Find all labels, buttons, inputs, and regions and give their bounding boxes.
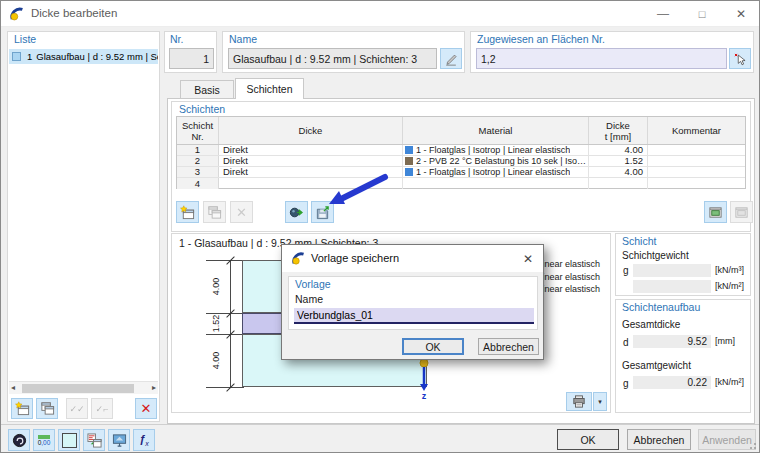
schichtenaufbau-panel: Schichtenaufbau Gesamtdicke d 9.52 [mm] … [615,299,751,413]
maximize-button[interactable]: □ [685,1,719,27]
material-swatch [405,157,413,165]
col-header-schicht-nr[interactable]: SchichtNr. [177,117,219,144]
edit-thickness-dialog: Dicke bearbeiten — □ ✕ Liste 1 Glasaufba… [0,0,760,453]
color-swatch-button[interactable] [58,429,80,451]
add-layer-button[interactable] [176,201,199,223]
fx-icon: ƒx [139,433,149,447]
col-header-dicke[interactable]: Dicke [219,117,403,144]
schichtenaufbau-title: Schichtenaufbau [622,301,700,313]
formula-button[interactable]: ƒx [133,429,155,451]
dialog-title: Dicke bearbeiten [31,7,117,19]
screen-view-button[interactable] [108,429,130,451]
delete-layer-button[interactable]: ✕ [230,201,253,223]
table-row[interactable]: 3 Direkt 1 - Floatglas | Isotrop | Linea… [177,167,745,178]
app-icon [9,6,25,22]
gesamtgewicht-label: Gesamtgewicht [622,360,691,371]
deselect-all-button[interactable]: ✓⌐ [91,398,113,419]
tab-basis[interactable]: Basis [180,80,234,99]
red-x-icon: ✕ [141,401,152,416]
minimize-button[interactable]: — [646,1,680,27]
list-item-number: 1 [27,51,32,62]
g-total-symbol: g [623,378,629,389]
decimal-places-icon: 0,00 [38,435,51,446]
modal-cancel-button[interactable]: Abbrechen [478,338,539,355]
copy-windows-icon [207,205,222,220]
z-axis-arrow [416,358,432,392]
pencil-icon [444,52,458,66]
table-row[interactable]: 4 [177,178,745,189]
schicht-panel: Schicht Schichtgewicht g [kN/m³] [kN/m²] [615,233,751,296]
delete-all-button[interactable]: ✕ [135,398,157,419]
template-name-label: Name [295,293,323,305]
info-button[interactable] [8,429,30,451]
monitor-icon [112,433,127,448]
edit-name-button[interactable] [440,48,462,69]
info-sphere-icon [12,433,27,448]
table-row[interactable]: 1 Direkt 1 - Floatglas | Isotrop | Linea… [177,145,745,156]
expand-window-icon [708,205,723,220]
col-header-dicke-t[interactable]: Dicket [mm] [589,117,648,144]
schichten-group: Schichten SchichtNr. Dicke Material Dick… [171,101,751,232]
table-row[interactable]: 2 Direkt 2 - PVB 22 °C Belastung bis 10 … [177,156,745,167]
name-field[interactable]: Glasaufbau | d : 9.52 mm | Schichten: 3 [228,48,437,69]
schichten-group-title: Schichten [179,103,225,115]
nr-label: Nr. [170,33,183,45]
col-header-material[interactable]: Material [403,117,589,144]
select-all-button[interactable]: ✓✓ [66,398,88,419]
gesamtdicke-label: Gesamtdicke [622,319,680,330]
tab-schichten[interactable]: Schichten [235,78,304,99]
copy-layer-button[interactable] [203,201,226,223]
scroll-right-arrow[interactable]: ▸ [152,383,156,392]
name-group: Name Glasaufbau | d : 9.52 mm | Schichte… [222,31,465,73]
new-entry-button[interactable] [11,398,33,419]
dialog-titlebar: Dicke bearbeiten — □ ✕ [1,1,759,27]
scroll-left-arrow[interactable]: ◂ [11,383,15,392]
layers-table: SchichtNr. Dicke Material Dicket [mm] Ko… [176,116,746,189]
cancel-button[interactable]: Abbrechen [627,429,691,450]
double-check-icon: ✓✓ [69,404,84,414]
display-properties-button[interactable] [83,429,105,451]
ok-button[interactable]: OK [557,429,619,450]
liste-panel: Liste 1 Glasaufbau | d : 9.52 mm | Schic… [7,31,160,422]
schicht-panel-title: Schicht [622,235,656,247]
scroll-thumb[interactable] [22,384,134,393]
load-template-button[interactable] [285,201,308,223]
col-header-kommentar[interactable]: Kommentar [648,117,745,144]
g-symbol: g [623,265,629,276]
print-dropdown-button[interactable]: ▾ [593,392,607,411]
display-properties-icon [87,433,102,448]
nr-field: 1 [169,48,214,69]
close-button[interactable]: ✕ [724,1,758,27]
select-surfaces-button[interactable] [729,48,751,69]
collapse-table-button[interactable] [730,201,753,223]
template-name-input[interactable] [294,308,534,324]
modal-title: Vorlage speichern [311,252,399,264]
apply-template-icon [289,205,304,220]
extension-line [206,260,244,261]
layer-weight-area-field [633,280,711,293]
footer-separator [1,424,759,425]
name-label: Name [229,33,257,45]
color-swatch-icon [62,433,77,448]
window-star-icon [15,401,30,416]
cursor-pick-icon [733,52,747,66]
resize-grip[interactable] [748,441,757,450]
list-item-label: Glasaufbau | d : 9.52 mm | Schichten: 3 [36,51,158,62]
print-button[interactable] [566,392,592,411]
assigned-field[interactable]: 1,2 [476,48,727,69]
unit-kn-m3: [kN/m³] [715,265,744,275]
modal-ok-button[interactable]: OK [402,338,464,355]
liste-scrollbar[interactable]: ◂ ▸ [9,381,158,394]
collapse-window-icon [734,205,749,220]
liste-title: Liste [14,33,36,45]
dimension-label: 1.52 [211,309,222,339]
table-header-row: SchichtNr. Dicke Material Dicket [mm] Ko… [177,117,745,145]
printer-icon [572,395,586,408]
copy-entry-button[interactable] [36,398,58,419]
units-settings-button[interactable]: 0,00 [33,429,55,451]
list-item[interactable]: 1 Glasaufbau | d : 9.52 mm | Schichten: … [9,49,158,64]
modal-close-button[interactable]: ✕ [513,245,543,272]
dimension-line [230,260,231,388]
expand-table-button[interactable] [704,201,727,223]
list-item-swatch [12,52,21,61]
